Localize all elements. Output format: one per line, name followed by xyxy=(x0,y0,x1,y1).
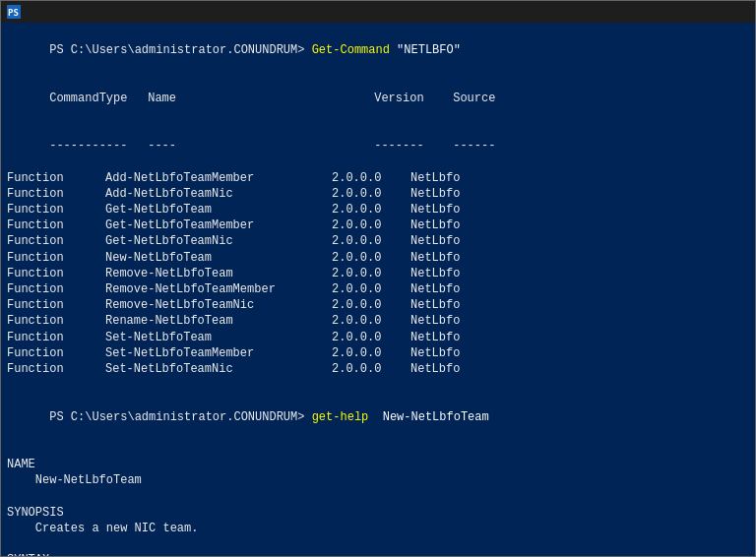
table-row: FunctionNew-NetLbfoTeam2.0.0.0NetLbfo xyxy=(7,250,749,266)
prompt-cmd-2: get-help xyxy=(312,410,376,424)
table-row: FunctionGet-NetLbfoTeam2.0.0.0NetLbfo xyxy=(7,202,749,217)
prompt-cmd-1: Get-Command xyxy=(312,43,397,57)
prompt-ps-2: PS C:\Users\administrator.CONUNDRUM> xyxy=(49,410,311,424)
empty-line-1 xyxy=(7,377,749,393)
maximize-button[interactable] xyxy=(692,3,720,21)
terminal-body[interactable]: PS C:\Users\administrator.CONUNDRUM> Get… xyxy=(1,23,755,556)
table-header: CommandTypeNameVersionSource xyxy=(7,75,749,123)
empty-line-2 xyxy=(7,441,749,457)
prompt-line-2: PS C:\Users\administrator.CONUNDRUM> get… xyxy=(7,393,749,441)
empty-line-3 xyxy=(7,488,749,504)
table-row: FunctionSet-NetLbfoTeamNic2.0.0.0NetLbfo xyxy=(7,361,749,377)
table-row: FunctionAdd-NetLbfoTeamNic2.0.0.0NetLbfo xyxy=(7,186,749,202)
help-synopsis-label: SYNOPSIS xyxy=(7,505,749,521)
powershell-icon: PS xyxy=(7,5,21,19)
prompt-arg-2: New-NetLbfoTeam xyxy=(375,410,488,424)
empty-line-4 xyxy=(7,536,749,552)
prompt-arg-1: "NETLBFO" xyxy=(397,43,461,57)
table-row: FunctionRemove-NetLbfoTeamNic2.0.0.0NetL… xyxy=(7,297,749,313)
table-row: FunctionGet-NetLbfoTeamNic2.0.0.0NetLbfo xyxy=(7,233,749,249)
help-syntax-label: SYNTAX xyxy=(7,552,749,556)
table-row: FunctionAdd-NetLbfoTeamMember2.0.0.0NetL… xyxy=(7,170,749,186)
svg-text:PS: PS xyxy=(8,8,19,18)
table-row: FunctionSet-NetLbfoTeamMember2.0.0.0NetL… xyxy=(7,345,749,361)
table-separator: ---------------------------- xyxy=(7,122,749,170)
prompt-line-1: PS C:\Users\administrator.CONUNDRUM> Get… xyxy=(7,27,749,75)
prompt-ps-1: PS C:\Users\administrator.CONUNDRUM> xyxy=(49,43,311,57)
table-row: FunctionRemove-NetLbfoTeam2.0.0.0NetLbfo xyxy=(7,266,749,281)
window-controls xyxy=(662,3,749,21)
table-row: FunctionRemove-NetLbfoTeamMember2.0.0.0N… xyxy=(7,281,749,297)
powershell-window: PS PS C:\Users\administrator.CONUNDRUM> … xyxy=(0,0,756,557)
title-bar: PS xyxy=(1,1,755,23)
close-button[interactable] xyxy=(722,3,749,21)
table-row: FunctionRename-NetLbfoTeam2.0.0.0NetLbfo xyxy=(7,313,749,329)
help-name-value: New-NetLbfoTeam xyxy=(7,472,749,488)
help-synopsis-value: Creates a new NIC team. xyxy=(7,521,749,536)
help-name-label: NAME xyxy=(7,457,749,472)
table-rows: FunctionAdd-NetLbfoTeamMember2.0.0.0NetL… xyxy=(7,170,749,377)
minimize-button[interactable] xyxy=(662,3,690,21)
table-row: FunctionGet-NetLbfoTeamMember2.0.0.0NetL… xyxy=(7,217,749,233)
table-row: FunctionSet-NetLbfoTeam2.0.0.0NetLbfo xyxy=(7,330,749,345)
